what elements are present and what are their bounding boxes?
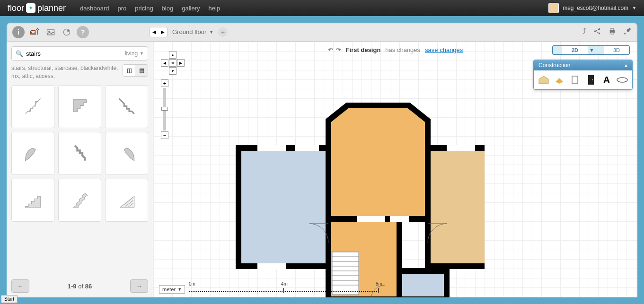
main-nav: dashboard pro pricing blog gallery help: [80, 5, 220, 12]
nav-dashboard[interactable]: dashboard: [80, 5, 109, 12]
logo-text-prefix: floor: [8, 3, 24, 13]
user-email: meg_escott@hotmail.com: [563, 5, 628, 11]
logo[interactable]: floor ✦ planner: [8, 3, 66, 13]
logo-text-suffix: planner: [37, 3, 66, 13]
app-header: floor ✦ planner dashboard pro pricing bl…: [0, 0, 644, 16]
avatar-icon: [548, 3, 559, 13]
nav-gallery[interactable]: gallery: [182, 5, 200, 12]
user-menu[interactable]: meg_escott@hotmail.com ▼: [548, 3, 636, 13]
nav-blog[interactable]: blog: [162, 5, 174, 12]
nav-help[interactable]: help: [208, 5, 220, 12]
nav-pricing[interactable]: pricing: [135, 5, 153, 12]
logo-icon: ✦: [26, 3, 35, 13]
chevron-down-icon: ▼: [632, 6, 636, 10]
nav-pro[interactable]: pro: [118, 5, 127, 12]
